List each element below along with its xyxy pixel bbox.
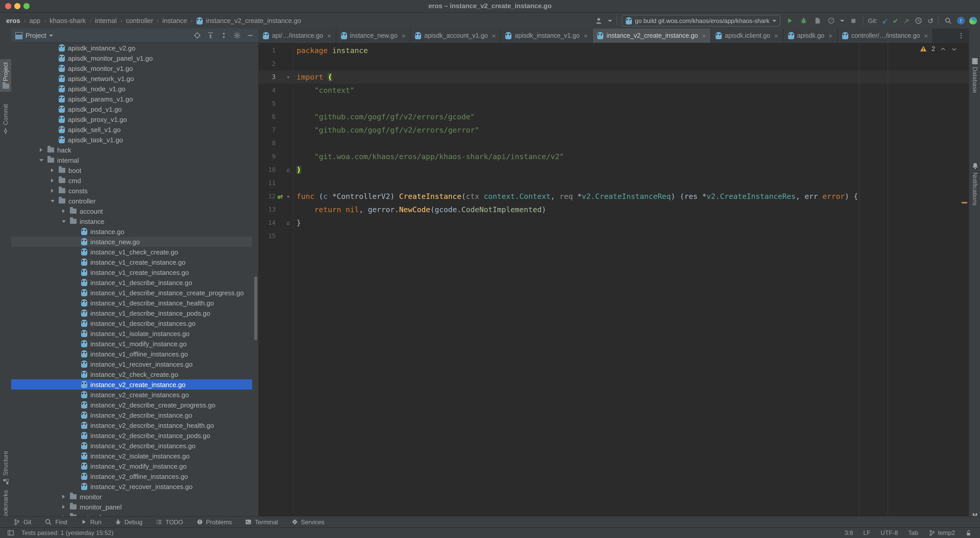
stripe-item-database[interactable]: Database	[969, 58, 980, 93]
editor-tab[interactable]: apisdk_instance_v1.go×	[501, 29, 593, 43]
tree-row[interactable]: instance_v2_check_create.go	[11, 369, 252, 379]
line-number[interactable]: 14	[258, 219, 275, 227]
project-panel-title[interactable]: Project	[25, 32, 46, 39]
expand-all-button[interactable]	[206, 31, 215, 40]
tree-row[interactable]: instance.go	[11, 227, 252, 236]
tree-row[interactable]: hack	[11, 145, 252, 155]
line-number[interactable]: 7	[258, 127, 275, 133]
fold-marker-icon[interactable]: ▾	[284, 74, 292, 80]
tree-row[interactable]: instance_v1_create_instance.go	[11, 257, 252, 267]
breadcrumb-item[interactable]: khaos-shark	[49, 17, 86, 24]
more-tabs-button[interactable]	[958, 29, 969, 43]
code-line[interactable]: return nil, gerror.NewCode(gcode.CodeNot…	[297, 203, 858, 216]
fold-marker-icon[interactable]: ▾	[284, 193, 292, 200]
error-stripe-mark[interactable]	[962, 202, 967, 203]
tree-row[interactable]: instance_v2_describe_create_progress.go	[11, 400, 252, 410]
code-line[interactable]: "git.woa.com/khaos/eros/app/khaos-shark/…	[297, 150, 858, 163]
line-number[interactable]: 12	[258, 193, 275, 200]
tool-window-button-terminal[interactable]: Terminal	[245, 518, 278, 525]
tree-row[interactable]: instance_v1_recover_instances.go	[11, 359, 252, 369]
code-line[interactable]: }	[297, 216, 858, 230]
tree-row[interactable]: instance_v1_check_create.go	[11, 247, 252, 257]
line-number[interactable]: 10	[258, 166, 275, 173]
chevron-right-icon[interactable]	[51, 178, 54, 183]
status-widget-line-separator[interactable]: LF	[863, 529, 870, 536]
status-message[interactable]: Tests passed: 1 (yesterday 15:52)	[21, 529, 113, 536]
line-number[interactable]: 1	[258, 47, 275, 54]
tree-row[interactable]: instance_v1_offline_instances.go	[11, 349, 252, 359]
tree-row[interactable]: monitor_panel	[11, 502, 252, 512]
tool-window-button-services[interactable]: Services	[291, 518, 325, 525]
code-line[interactable]	[297, 136, 858, 150]
tree-row[interactable]: apisdk_network_v1.go	[11, 73, 252, 84]
breadcrumb-item[interactable]: eros	[6, 17, 20, 24]
close-tab-icon[interactable]: ×	[774, 32, 778, 40]
previous-warning-icon[interactable]	[940, 46, 946, 52]
code-line[interactable]: "github.com/gogf/gf/v2/errors/gerror"	[297, 124, 858, 136]
line-number[interactable]: 5	[258, 100, 275, 107]
rollback-button[interactable]: ↺	[928, 17, 934, 24]
line-number[interactable]: 2	[258, 60, 275, 67]
close-tab-icon[interactable]: ×	[584, 32, 587, 40]
tree-row[interactable]: instance	[11, 216, 252, 227]
chevron-right-icon[interactable]	[62, 505, 65, 509]
tree-row[interactable]: internal	[11, 155, 252, 165]
tree-row[interactable]: apisdk_instance_v2.go	[11, 43, 252, 53]
stripe-item-project[interactable]: Project	[0, 59, 11, 92]
tree-row[interactable]: instance_v2_describe_instance.go	[11, 410, 252, 420]
close-tab-icon[interactable]: ×	[702, 32, 706, 40]
status-widget-file-lock[interactable]	[965, 530, 972, 536]
tree-row[interactable]: account	[11, 206, 252, 216]
debug-button[interactable]	[799, 16, 808, 25]
status-widget-git-branch[interactable]: temp2	[928, 529, 955, 536]
tree-row[interactable]: apisdk_params_v1.go	[11, 94, 252, 104]
inspections-widget[interactable]: 2	[920, 45, 958, 52]
chevron-down-icon[interactable]	[50, 200, 54, 202]
breadcrumb-item[interactable]: controller	[126, 17, 153, 24]
chevron-down-icon[interactable]	[608, 20, 612, 22]
tree-row[interactable]: instance_v2_describe_instance_pods.go	[11, 430, 252, 441]
code-line[interactable]: import (	[297, 70, 858, 84]
user-account-icon[interactable]	[594, 16, 603, 25]
close-tab-icon[interactable]: ×	[924, 32, 928, 40]
run-button[interactable]	[785, 16, 794, 25]
close-tab-icon[interactable]: ×	[402, 32, 406, 40]
breadcrumb-item[interactable]: instance	[162, 17, 187, 24]
git-push-button[interactable]: ↗	[903, 17, 909, 24]
line-number[interactable]: 13	[258, 206, 275, 213]
tree-row[interactable]: apisdk_task_v1.go	[11, 135, 252, 145]
tool-window-button-find[interactable]: Find	[45, 518, 67, 526]
close-tab-icon[interactable]: ×	[829, 32, 832, 40]
tree-row[interactable]: instance_v1_create_instances.go	[11, 267, 252, 278]
locate-file-button[interactable]	[193, 31, 201, 40]
status-widget-caret-position[interactable]: 3:8	[845, 529, 853, 536]
status-widget-file-encoding[interactable]: UTF-8	[881, 529, 898, 536]
tree-row[interactable]: instance_v2_describe_instance_health.go	[11, 420, 252, 430]
breadcrumb-item[interactable]: app	[29, 17, 40, 24]
chevron-down-icon[interactable]	[49, 35, 53, 37]
code-area[interactable]: package instanceimport ( "context" "gith…	[297, 44, 858, 243]
hide-panel-button[interactable]	[246, 31, 254, 40]
editor-tab[interactable]: apisdk.go×	[783, 29, 837, 43]
line-number[interactable]: 15	[258, 233, 275, 240]
editor-tab[interactable]: api/…/instance.go×	[258, 29, 336, 43]
line-number[interactable]: 3	[258, 73, 275, 81]
profiler-button[interactable]	[827, 16, 836, 25]
tree-scrollbar[interactable]	[254, 276, 257, 340]
editor-tab[interactable]: instance_v2_create_instance.go×	[593, 29, 711, 43]
chevron-right-icon[interactable]	[51, 189, 54, 193]
tree-row[interactable]: monitor	[11, 492, 252, 502]
stripe-item-structure[interactable]: Structure	[0, 451, 11, 485]
tree-row[interactable]: apisdk_sell_v1.go	[11, 124, 252, 135]
breadcrumb-item[interactable]: internal	[95, 17, 117, 24]
tree-row[interactable]: cmd	[11, 175, 252, 186]
tree-row[interactable]: instance_v2_recover_instances.go	[11, 481, 252, 492]
fold-marker-icon[interactable]: ⌂	[284, 167, 292, 173]
tree-row[interactable]: instance_v2_describe_instances.go	[11, 441, 252, 451]
tool-window-button-git[interactable]: Git	[13, 518, 32, 525]
tree-row[interactable]: apisdk_node_v1.go	[11, 84, 252, 94]
editor-tab[interactable]: instance_new.go×	[336, 29, 410, 43]
tree-row[interactable]: instance_v2_create_instances.go	[11, 390, 252, 400]
run-configuration-select[interactable]: go build git.woa.com/khaos/eros/app/khao…	[622, 15, 781, 27]
tree-row[interactable]: instance_v2_offline_instances.go	[11, 471, 252, 481]
